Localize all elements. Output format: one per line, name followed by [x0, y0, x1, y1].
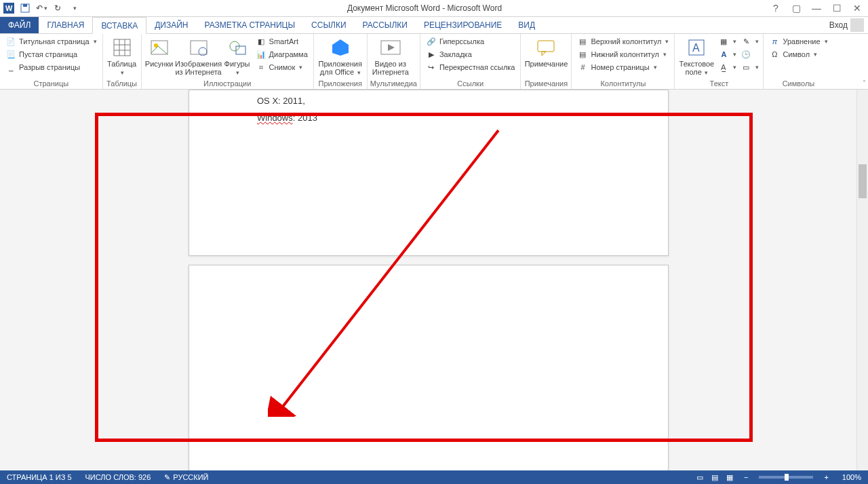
- status-language[interactable]: ✎РУССКИЙ: [157, 473, 215, 482]
- undo-icon[interactable]: ↶▾: [35, 2, 47, 14]
- svg-marker-17: [388, 44, 395, 51]
- vertical-scrollbar[interactable]: [856, 90, 868, 470]
- svg-text:A: A: [692, 42, 700, 54]
- wordart-button[interactable]: A▾: [717, 48, 738, 60]
- smartart-icon: ◧: [256, 36, 267, 47]
- crossref-button[interactable]: ↪Перекрестная ссылка: [423, 61, 518, 73]
- footer-button[interactable]: ▤Нижний колонтитул▾: [574, 48, 671, 60]
- header-label: Верхний колонтитул: [591, 37, 661, 45]
- datetime-button[interactable]: 🕒: [739, 48, 760, 60]
- datetime-icon: 🕒: [741, 49, 751, 60]
- redo-icon[interactable]: ↻: [52, 2, 64, 14]
- status-wordcount[interactable]: ЧИСЛО СЛОВ: 926: [79, 473, 158, 481]
- chart-button[interactable]: 📊Диаграмма: [253, 48, 311, 60]
- tab-view[interactable]: ВИД: [510, 17, 543, 33]
- pictures-button[interactable]: Рисунки: [144, 35, 174, 69]
- zoom-in-button[interactable]: +: [817, 473, 835, 481]
- symbol-button[interactable]: ΩСимвол▾: [766, 48, 830, 60]
- ribbon-insert: 📄Титульная страница▾ 📃Пустая страница ⎯Р…: [0, 34, 868, 90]
- hyperlink-button[interactable]: 🔗Гиперссылка: [423, 35, 518, 48]
- comment-button[interactable]: Примечание: [524, 35, 568, 69]
- zoom-slider[interactable]: [759, 476, 813, 479]
- group-headerfooter-label: Колонтитулы: [574, 79, 671, 89]
- svg-marker-15: [332, 39, 349, 56]
- group-illustrations-label: Иллюстрации: [144, 79, 311, 89]
- online-pictures-button[interactable]: Изображения из Интернета: [176, 35, 222, 77]
- tab-layout[interactable]: РАЗМЕТКА СТРАНИЦЫ: [197, 17, 304, 33]
- equation-label: Уравнение: [783, 37, 820, 45]
- textbox-button[interactable]: A Текстовое поле ▾: [677, 35, 715, 78]
- screenshot-button[interactable]: ⌗Снимок▾: [253, 61, 311, 73]
- scroll-thumb[interactable]: [859, 164, 867, 198]
- zoom-slider-thumb[interactable]: [785, 474, 789, 481]
- save-icon[interactable]: [19, 2, 31, 14]
- group-tables: Таблица▾ Таблицы: [103, 34, 142, 89]
- doc-line-2-word: Windows: [257, 113, 293, 123]
- ribbon-display-icon[interactable]: ▢: [789, 1, 803, 15]
- view-web-icon[interactable]: ▦: [722, 470, 737, 484]
- signature-button[interactable]: ✎▾: [739, 35, 760, 48]
- zoom-level[interactable]: 100%: [835, 473, 868, 481]
- table-button[interactable]: Таблица▾: [106, 35, 138, 78]
- office-apps-button[interactable]: Приложения для Office ▾: [317, 35, 364, 78]
- minimize-icon[interactable]: —: [810, 1, 823, 15]
- chart-label: Диаграмма: [269, 50, 308, 58]
- tab-design[interactable]: ДИЗАЙН: [146, 17, 196, 33]
- object-button[interactable]: ▭▾: [739, 61, 760, 73]
- page-break-label: Разрыв страницы: [19, 63, 80, 71]
- group-pages-label: Страницы: [3, 79, 100, 89]
- qat-customize-icon[interactable]: ▾: [68, 2, 80, 14]
- shapes-button[interactable]: Фигуры▾: [223, 35, 252, 78]
- svg-marker-19: [542, 52, 546, 56]
- close-icon[interactable]: ✕: [850, 1, 864, 15]
- signature-icon: ✎: [741, 36, 751, 47]
- online-video-button[interactable]: Видео из Интернета: [370, 35, 411, 77]
- quickparts-button[interactable]: ▦▾: [717, 35, 738, 48]
- svg-text:W: W: [5, 4, 13, 12]
- collapse-ribbon-icon[interactable]: ˆ: [863, 80, 865, 88]
- tab-home[interactable]: ГЛАВНАЯ: [39, 17, 92, 33]
- page-break-button[interactable]: ⎯Разрыв страницы: [3, 61, 100, 73]
- hyperlink-icon: 🔗: [426, 36, 437, 47]
- help-icon[interactable]: ?: [769, 1, 783, 15]
- status-page[interactable]: СТРАНИЦА 1 ИЗ 5: [0, 473, 79, 481]
- pagenum-button[interactable]: #Номер страницы▾: [574, 61, 671, 73]
- tab-mailings[interactable]: РАССЫЛКИ: [355, 17, 416, 33]
- zoom-out-button[interactable]: −: [737, 473, 755, 481]
- page-1[interactable]: OS X: 2011, Windows: 2013: [189, 90, 669, 256]
- statusbar: СТРАНИЦА 1 ИЗ 5 ЧИСЛО СЛОВ: 926 ✎РУССКИЙ…: [0, 470, 868, 484]
- cover-page-button[interactable]: 📄Титульная страница▾: [3, 35, 100, 48]
- screenshot-label: Снимок: [269, 63, 296, 71]
- tab-review[interactable]: РЕЦЕНЗИРОВАНИЕ: [416, 17, 510, 33]
- equation-icon: π: [769, 36, 780, 47]
- maximize-icon[interactable]: ☐: [830, 1, 844, 15]
- blank-page-button[interactable]: 📃Пустая страница: [3, 48, 100, 60]
- symbol-icon: Ω: [769, 49, 780, 60]
- page-break-icon: ⎯: [5, 62, 16, 73]
- group-apps: Приложения для Office ▾ Приложения: [314, 34, 368, 89]
- tab-references[interactable]: ССЫЛКИ: [303, 17, 354, 33]
- dropcap-button[interactable]: A̲▾: [717, 61, 738, 73]
- online-pictures-label: Изображения из Интернета: [175, 60, 222, 76]
- status-language-label: РУССКИЙ: [173, 473, 208, 481]
- blank-page-icon: 📃: [5, 49, 16, 60]
- dropcap-icon: A̲: [718, 62, 729, 73]
- document-area[interactable]: OS X: 2011, Windows: 2013: [0, 90, 868, 470]
- page-2[interactable]: [189, 265, 669, 470]
- bookmark-button[interactable]: ▶Закладка: [423, 48, 518, 60]
- tab-insert[interactable]: ВСТАВКА: [92, 17, 146, 34]
- tab-file[interactable]: ФАЙЛ: [0, 17, 39, 33]
- header-button[interactable]: ▤Верхний колонтитул▾: [574, 35, 671, 48]
- footer-label: Нижний колонтитул: [591, 50, 658, 58]
- doc-line-2-rest: : 2013: [293, 113, 317, 123]
- group-apps-label: Приложения: [317, 79, 364, 89]
- view-read-icon[interactable]: ▭: [692, 470, 707, 484]
- group-media-label: Мультимедиа: [370, 79, 417, 89]
- bookmark-icon: ▶: [426, 49, 437, 60]
- online-video-icon: [380, 37, 401, 58]
- view-print-icon[interactable]: ▤: [707, 470, 722, 484]
- equation-button[interactable]: πУравнение▾: [766, 35, 830, 48]
- smartart-button[interactable]: ◧SmartArt: [253, 35, 311, 48]
- table-label: Таблица: [107, 60, 136, 68]
- signin[interactable]: Вход: [825, 17, 868, 33]
